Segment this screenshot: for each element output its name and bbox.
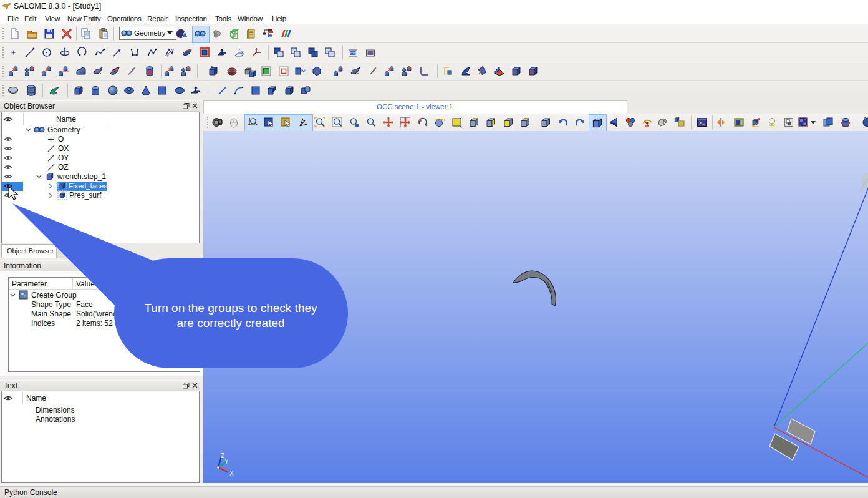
svg-text:N:: N: <box>301 68 306 74</box>
svg-text:Y: Y <box>224 458 229 465</box>
svg-text:X: X <box>229 470 234 477</box>
svg-text:z: z <box>238 47 241 52</box>
